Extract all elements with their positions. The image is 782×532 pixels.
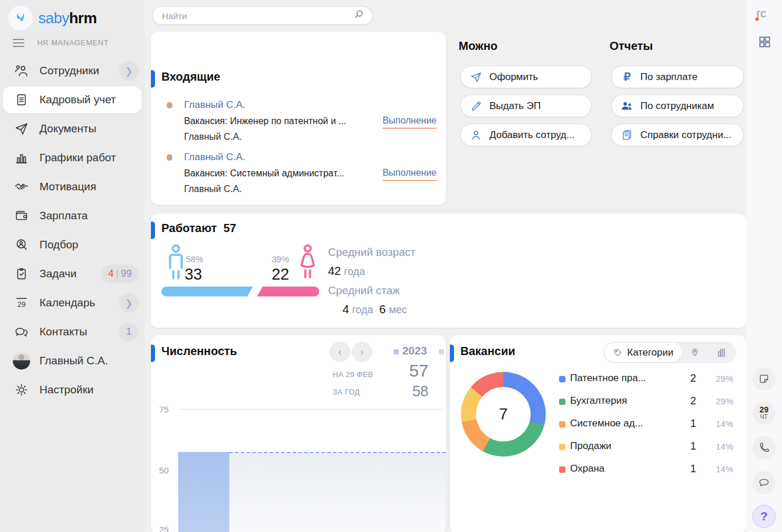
document-icon [13, 91, 30, 108]
status-link[interactable]: Выполнение [383, 115, 437, 129]
sidebar-item-work-schedules[interactable]: Графики работ [0, 143, 145, 172]
donut-total: 7 [476, 387, 531, 441]
headcount-title: Численность [161, 345, 237, 358]
sender-name-link[interactable]: Главный С.А. [184, 151, 246, 163]
female-icon [295, 243, 320, 284]
chat-button[interactable] [752, 471, 776, 494]
legend-row[interactable]: Системное ад... 1 14% [559, 418, 736, 432]
message-from: Главный С.А. [184, 132, 242, 142]
sidebar-item-hr-records[interactable]: Кадровый учет [0, 85, 145, 114]
sidebar-item-recruiting[interactable]: Подбор [0, 230, 145, 259]
inbox-item[interactable]: Главный С.А. Вакансия: Системный админис… [159, 151, 438, 204]
notes-button[interactable] [752, 367, 776, 390]
legend-row[interactable]: Продажи 1 14% [559, 440, 736, 454]
chat-bubble-icon [758, 476, 770, 489]
stat-on-date-label: НА 29 ФЕВ [333, 370, 373, 379]
action-register-button[interactable]: Оформить [460, 66, 592, 88]
legend-2023-marker [394, 349, 399, 354]
report-certificates-button[interactable]: Справки сотрудни... [611, 124, 744, 146]
male-bar-segment [161, 287, 253, 296]
building-icon [716, 348, 727, 358]
chevron-right-icon[interactable]: ❯ [119, 61, 139, 81]
sidebar-section-label: HR MANAGEMENT [37, 38, 109, 47]
tasks-clipboard-icon [13, 265, 30, 283]
user-avatar [13, 352, 30, 370]
action-issue-signature-button[interactable]: Выдать ЭП [460, 95, 592, 117]
map-pin-icon [690, 348, 700, 358]
sidebar-item-settings[interactable]: Настройки [0, 375, 145, 404]
inbox-title: Входящие [161, 70, 220, 84]
phone-button[interactable] [752, 436, 776, 459]
legend-row[interactable]: Охрана 1 14% [559, 463, 736, 477]
toggle-location[interactable] [682, 343, 708, 362]
vacancies-title: Вакансии [460, 345, 516, 358]
y-axis-tick: 50 [159, 465, 169, 475]
saby-bird-icon [8, 6, 33, 30]
female-percent: 39% [272, 254, 289, 264]
sender-name-link[interactable]: Валуева М.И. [184, 204, 246, 205]
sidebar-item-profile[interactable]: Главный С.А. [0, 346, 145, 375]
y-axis-tick: 25 [159, 524, 169, 532]
panel-accent [151, 345, 155, 362]
inbox-item[interactable]: Главный С.А. Вакансия: Инженер по патент… [159, 99, 438, 151]
message-subject[interactable]: Вакансия: Инженер по патентной и ... [184, 116, 346, 126]
status-link[interactable]: Выполнение [383, 168, 437, 181]
bar-chart-icon [13, 149, 30, 167]
legend-row[interactable]: Бухгалтерия 2 29% [559, 395, 736, 409]
reports-title: Отчеты [610, 39, 653, 53]
sidebar-item-employees[interactable]: Сотрудники ❯ [0, 56, 145, 85]
logo-text: sabyhrm [38, 9, 97, 27]
wallet-icon [13, 207, 30, 225]
apps-grid-icon[interactable] [758, 35, 772, 51]
people-icon [13, 62, 30, 79]
calendar-button[interactable]: 29 ЧТ [752, 401, 776, 425]
vacancies-donut-chart: 7 [461, 372, 546, 457]
search-icon[interactable] [352, 8, 365, 23]
action-add-employee-button[interactable]: Добавить сотруд... [460, 124, 592, 146]
sidebar-item-salary[interactable]: Зарплата [0, 201, 145, 230]
legend-next-year-marker [439, 349, 444, 354]
sidebar-item-motivation[interactable]: Мотивация [0, 172, 145, 201]
next-period-button[interactable]: › [352, 342, 372, 362]
headcount-panel: Численность ‹ › 2023 НА 29 ФЕВ 57 ЗА ГОД… [151, 335, 446, 532]
sidebar-item-tasks[interactable]: Задачи 4|99 [0, 259, 145, 288]
inbox-item[interactable]: Валуева М.И. Выручка розницы: Выручк... … [159, 204, 438, 205]
sidebar-item-documents[interactable]: Документы [0, 114, 145, 143]
sidebar-menu: Сотрудники ❯ Кадровый учет Документы Гра… [0, 56, 145, 404]
sender-name-link[interactable]: Главный С.А. [184, 99, 246, 111]
inbox-panel: Входящие Главный С.А. Вакансия: Инженер … [151, 32, 446, 205]
stat-per-year-label: ЗА ГОД [333, 388, 360, 396]
legend-year[interactable]: 2023 [402, 345, 427, 357]
svg-text:29: 29 [17, 300, 26, 309]
prev-period-button[interactable]: ‹ [330, 342, 350, 362]
documents-stack-icon [620, 128, 634, 142]
hamburger-menu-icon[interactable] [13, 39, 24, 47]
message-subject[interactable]: Вакансия: Системный администрат... [184, 168, 344, 179]
panel-accent [450, 345, 454, 362]
help-button[interactable]: ? [752, 505, 776, 528]
people-solid-icon [620, 99, 634, 113]
search-input[interactable] [162, 11, 352, 21]
toggle-categories[interactable]: Категории [604, 343, 682, 362]
sidebar-item-calendar[interactable]: 29 Календарь ❯ [0, 288, 145, 317]
sidebar-item-contacts[interactable]: Контакты 1 [0, 317, 145, 346]
search-bar[interactable] [152, 6, 373, 25]
female-count: 22 [272, 266, 289, 284]
app-logo[interactable]: sabyhrm [0, 0, 145, 30]
toggle-departments[interactable] [708, 343, 735, 362]
report-salary-button[interactable]: ₽ По зарплате [611, 66, 744, 88]
headcount-area-projection [229, 452, 446, 532]
gridline-75 [178, 409, 444, 410]
legend-row[interactable]: Патентное пра... 2 29% [559, 372, 736, 386]
legend-color-swatch [559, 399, 565, 405]
message-from: Главный С.А. [184, 184, 242, 194]
sidebar: sabyhrm HR MANAGEMENT Сотрудники ❯ Кадро… [0, 0, 145, 532]
tag-icon [612, 348, 623, 358]
y-axis-tick: 75 [159, 404, 169, 414]
stat-on-date-value: 57 [409, 361, 428, 381]
ruble-icon: ₽ [620, 70, 634, 84]
panel-accent [151, 222, 155, 239]
chevron-right-icon[interactable]: ❯ [119, 293, 139, 313]
report-employees-button[interactable]: По сотрудникам [611, 95, 744, 117]
avg-age-value: 42 года [328, 265, 365, 278]
